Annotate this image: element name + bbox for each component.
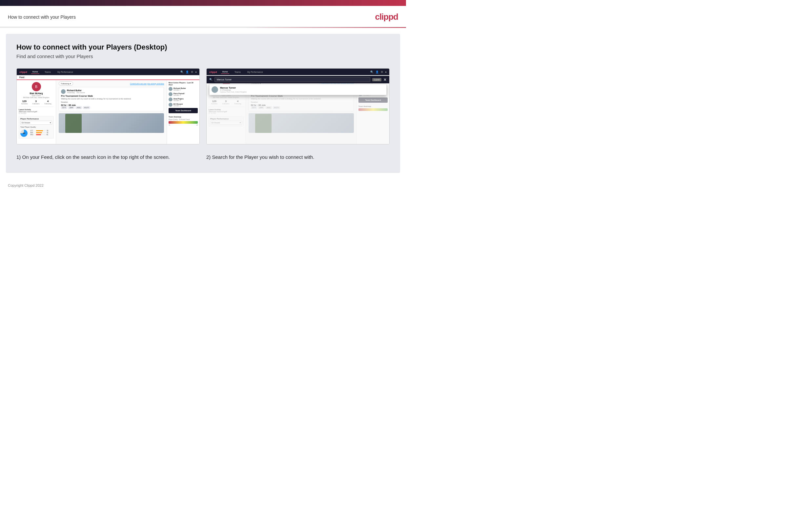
- app-nav-teams-1: Teams: [43, 70, 52, 74]
- app-player-row-2: Piers Parnell Activities: 4: [169, 92, 198, 96]
- app-quality-1: Total Player Quality 84 OTT 79: [20, 126, 52, 137]
- caption-row: 1) On your Feed, click on the search ico…: [16, 154, 390, 161]
- avatar-icon-1[interactable]: ●: [195, 71, 197, 74]
- person-icon-2[interactable]: 👤: [376, 71, 379, 74]
- search-icon-1[interactable]: 🔍: [180, 71, 184, 74]
- app-left-col-1: B Blair McHarg Golf Coach Mill Ride Golf…: [17, 80, 56, 144]
- header: How to connect with your Players clippd: [0, 6, 406, 27]
- app-logo-1: clippd: [19, 71, 27, 74]
- app-nav-performance-2: My Performance: [246, 70, 264, 74]
- person-icon-1[interactable]: 👤: [186, 71, 189, 74]
- avatar-icon-2[interactable]: ●: [385, 71, 387, 74]
- app-mid-col-1: Following ▾ Control who can see your act…: [56, 80, 166, 144]
- app-avatar-1: B: [32, 82, 41, 91]
- app-latest-1: Latest Activity Afternoon round of golf …: [19, 109, 54, 114]
- search-icon-2[interactable]: 🔍: [370, 71, 374, 74]
- settings-icon-1[interactable]: ⚙: [191, 71, 193, 74]
- settings-icon-2[interactable]: ⚙: [381, 71, 383, 74]
- app-nav-home-2: Home: [221, 70, 229, 74]
- app-bars-1: OTT 79 APP 70: [30, 130, 48, 136]
- search-result-avatar: [211, 86, 218, 93]
- app-tags-1: OTT APP ARG PUTT: [61, 106, 162, 109]
- search-input-mock[interactable]: Marcus Turner: [214, 77, 370, 82]
- app-nav-icons-2: 🔍 👤 ⚙ ●: [370, 71, 387, 74]
- app-image-area-1: [59, 113, 164, 133]
- app-player-row-4: Eli Vincent Activities: 1: [169, 103, 198, 107]
- app-heatmap-bar-1: [169, 121, 198, 124]
- app-heatmap-labels-1: -5 +5: [169, 124, 198, 126]
- app-logo-2: clippd: [209, 71, 217, 74]
- screenshot-panel-1: clippd Home Teams My Performance 🔍 👤 ⚙ ●…: [16, 68, 200, 144]
- screenshots-row: clippd Home Teams My Performance 🔍 👤 ⚙ ●…: [16, 68, 390, 144]
- close-icon[interactable]: ✕: [383, 78, 387, 82]
- caption-text-2: 2) Search for the Player you wish to con…: [206, 154, 390, 161]
- app-following-btn-1[interactable]: Following ▾: [59, 81, 73, 86]
- main-content: How to connect with your Players (Deskto…: [6, 34, 400, 173]
- app-ui-content-2: clippd Home Teams My Performance 🔍 👤 ⚙ ●…: [206, 69, 389, 144]
- app-stat-following-1: 4 Following: [44, 100, 51, 105]
- app-control-link-1[interactable]: Control who can see your activity and da…: [130, 83, 164, 85]
- app-player-perf-1: Player Performance Eli Vincent ▾ Total P…: [19, 116, 54, 138]
- app-profile-club-1: Mill Ride Golf Club, United Kingdom: [19, 96, 54, 98]
- app-ui-content-1: clippd Home Teams My Performance 🔍 👤 ⚙ ●…: [17, 69, 199, 144]
- clear-button[interactable]: CLEAR: [372, 78, 381, 81]
- top-bar: [0, 0, 406, 6]
- main-title: How to connect with your Players (Deskto…: [16, 43, 390, 51]
- page-title: How to connect with your Players: [8, 14, 76, 20]
- app-player-row-3: Hiral Pujara Activities: 3: [169, 97, 198, 101]
- app-nav-teams-2: Teams: [233, 70, 242, 74]
- app-quality-circle-1: 84: [20, 130, 28, 137]
- logo: clippd: [375, 12, 398, 22]
- app-nav-2: clippd Home Teams My Performance 🔍 👤 ⚙ ●: [206, 69, 389, 75]
- app-player-row-1: Richard Butler Activities: 7: [169, 87, 198, 91]
- app-following-row-1: Following ▾ Control who can see your act…: [56, 80, 166, 87]
- app-player-select-1[interactable]: Eli Vincent ▾: [20, 121, 52, 125]
- app-team-dashboard-btn-1[interactable]: Team Dashboard: [169, 108, 198, 113]
- search-overlay: 🔍 Marcus Turner CLEAR ✕ Marcus Turner 1-…: [206, 76, 389, 95]
- caption-panel-2: 2) Search for the Player you wish to con…: [206, 154, 390, 161]
- screenshot-panel-2: clippd Home Teams My Performance 🔍 👤 ⚙ ●…: [206, 68, 390, 144]
- search-result-dropdown[interactable]: Marcus Turner 1-5 Handicap Cypress Point…: [209, 84, 387, 95]
- app-stats-row-1: 129 Activities 3 Followers 4: [19, 100, 54, 105]
- copyright: Copyright Clippd 2022: [8, 183, 44, 187]
- app-activity-card-1: Richard Butler Yesterday · The Grove Pre…: [59, 87, 164, 111]
- search-result-club: Cypress Point Club, United Kingdom: [220, 91, 247, 93]
- footer: Copyright Clippd 2022: [0, 179, 406, 192]
- main-subtitle: Find and connect with your Players: [16, 53, 390, 59]
- app-feed-bar-1: Feed: [17, 75, 199, 80]
- app-most-active-title-1: Most Active Players - Last 30 days: [169, 82, 198, 86]
- app-body-1: B Blair McHarg Golf Coach Mill Ride Golf…: [17, 80, 199, 144]
- app-nav-icons-1: 🔍 👤 ⚙ ●: [180, 71, 197, 74]
- app-profile-name-1: Blair McHarg: [19, 92, 54, 94]
- app-stat-followers-1: 3 Followers: [33, 100, 39, 105]
- app-ui-1: clippd Home Teams My Performance 🔍 👤 ⚙ ●…: [17, 69, 199, 144]
- app-nav-performance-1: My Performance: [56, 70, 75, 74]
- search-result-name: Marcus Turner: [220, 87, 247, 89]
- caption-text-1: 1) On your Feed, click on the search ico…: [16, 154, 200, 161]
- app-profile-1: B Blair McHarg Golf Coach Mill Ride Golf…: [19, 82, 54, 107]
- app-team-heatmap-1: Team Heatmap Player Quality · 25 Round T…: [169, 116, 198, 126]
- search-bar: 🔍 Marcus Turner CLEAR ✕: [206, 76, 389, 83]
- caption-panel-1: 1) On your Feed, click on the search ico…: [16, 154, 200, 161]
- app-stat-activities-1: 129 Activities: [21, 100, 28, 105]
- app-nav-home-1: Home: [31, 70, 39, 74]
- app-nav-1: clippd Home Teams My Performance 🔍 👤 ⚙ ●: [17, 69, 199, 75]
- app-right-col-1: Most Active Players - Last 30 days Richa…: [166, 80, 199, 144]
- search-result-info: Marcus Turner 1-5 Handicap Cypress Point…: [220, 87, 247, 93]
- app-activity-avatar-1: [61, 89, 65, 94]
- search-icon-overlay: 🔍: [209, 78, 212, 81]
- header-divider: [0, 27, 406, 28]
- app-ui-2: clippd Home Teams My Performance 🔍 👤 ⚙ ●…: [206, 69, 389, 144]
